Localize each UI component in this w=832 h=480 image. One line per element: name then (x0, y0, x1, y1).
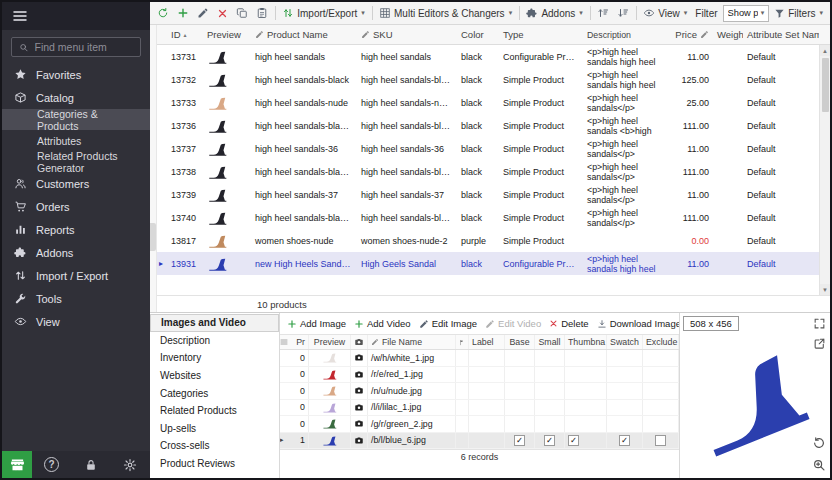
scrollbar-thumb[interactable] (822, 58, 829, 112)
cell-swatch[interactable] (607, 350, 643, 366)
add-video-button[interactable]: Add Video (352, 316, 413, 331)
cell-small[interactable] (535, 433, 565, 449)
sidebar-item-related-products-generator[interactable]: Related Products Generator (2, 151, 150, 172)
table-row[interactable]: 13736 high heel sandals-black-36 high he… (157, 114, 819, 137)
settings-button[interactable] (111, 451, 150, 478)
cell-thumbnail[interactable] (565, 367, 607, 383)
table-row[interactable]: 13817 women shoes-nude women shoes-nude-… (157, 229, 819, 252)
sidebar-item-tools[interactable]: Tools (2, 287, 150, 310)
sidebar-item-import-export[interactable]: Import / Export (2, 264, 150, 287)
tab-images-and-video[interactable]: Images and Video (150, 314, 279, 332)
sidebar-item-reports[interactable]: Reports (2, 218, 150, 241)
row-expander[interactable] (280, 367, 289, 383)
add-image-button[interactable]: Add Image (285, 316, 348, 331)
image-row[interactable]: 0 /r/e/red_1.jpg (280, 367, 679, 384)
zoom-icon[interactable] (812, 458, 826, 472)
open-external-icon[interactable] (813, 337, 826, 350)
tab-product-reviews[interactable]: Product Reviews (150, 455, 279, 473)
column-description[interactable]: Description (583, 30, 671, 40)
cell-swatch[interactable] (607, 416, 643, 432)
cell-base[interactable] (505, 367, 535, 383)
download-image-button[interactable]: Download Image (595, 316, 679, 331)
table-row[interactable]: 13738 high heel sandals-black-37 high he… (157, 160, 819, 183)
cell-exclude[interactable] (643, 400, 679, 416)
row-expander[interactable] (280, 383, 289, 399)
sidebar-item-attributes[interactable]: Attributes (2, 130, 150, 151)
edit-product-button[interactable] (194, 5, 212, 21)
vertical-scrollbar[interactable]: ▲ ▼ (819, 45, 830, 295)
column-preview[interactable]: Preview (203, 29, 251, 40)
row-expander[interactable]: ▸ (157, 259, 167, 268)
sidebar-item-view[interactable]: View (2, 310, 150, 333)
column-priority[interactable]: Pr (289, 335, 309, 349)
cell-swatch[interactable] (607, 400, 643, 416)
table-row[interactable]: 13733 high heel sandals-nude high heel s… (157, 91, 819, 114)
add-product-button[interactable] (174, 5, 192, 21)
checkbox-exclude[interactable] (655, 435, 666, 446)
column-product-name[interactable]: Product Name (251, 29, 357, 40)
checkbox-base[interactable] (514, 435, 525, 446)
column-label[interactable]: Label (469, 335, 505, 349)
column-thumbnail[interactable]: Thumbna (565, 335, 607, 349)
sidebar-item-categories-products[interactable]: Categories & Products (2, 109, 150, 130)
delete-image-button[interactable]: Delete (547, 316, 590, 331)
cell-swatch[interactable] (607, 367, 643, 383)
cell-base[interactable] (505, 416, 535, 432)
sidebar-item-catalog[interactable]: Catalog (2, 86, 150, 109)
cell-base[interactable] (505, 433, 535, 449)
cell-exclude[interactable] (643, 433, 679, 449)
image-row[interactable]: 0 /n/u/nude.jpg (280, 383, 679, 400)
cell-thumbnail[interactable] (565, 416, 607, 432)
hamburger-menu-icon[interactable] (12, 8, 28, 24)
column-type[interactable]: Type (499, 29, 583, 40)
sidebar-item-orders[interactable]: Orders (2, 195, 150, 218)
column-swatch[interactable]: Swatch (607, 335, 643, 349)
row-expander[interactable]: ▸ (280, 433, 289, 449)
help-button[interactable]: ? (32, 451, 71, 478)
image-row[interactable]: ▸ 1 /b/l/blue_6.jpg (280, 433, 679, 450)
checkbox-thumb[interactable] (568, 435, 579, 446)
cell-base[interactable] (505, 383, 535, 399)
checkbox-swatch[interactable] (619, 435, 630, 446)
cell-base[interactable] (505, 400, 535, 416)
addons-menu[interactable]: Addons▾ (523, 5, 585, 21)
tab-related-products[interactable]: Related Products (150, 402, 279, 420)
table-row[interactable]: 13731 high heel sandals high heel sandal… (157, 45, 819, 68)
panel-splitter-handle[interactable] (150, 223, 156, 251)
tab-inventory[interactable]: Inventory (150, 349, 279, 367)
column-color[interactable]: Color (457, 29, 499, 40)
delete-product-button[interactable] (214, 6, 231, 21)
lock-button[interactable] (71, 451, 110, 478)
table-row[interactable]: 13740 high heel sandals-black-38 high he… (157, 206, 819, 229)
store-button[interactable] (2, 451, 32, 478)
cell-small[interactable] (535, 416, 565, 432)
cell-small[interactable] (535, 367, 565, 383)
cell-exclude[interactable] (643, 416, 679, 432)
paste-button[interactable] (253, 5, 271, 21)
refresh-button[interactable] (154, 5, 172, 21)
cell-exclude[interactable] (643, 383, 679, 399)
cell-small[interactable] (535, 350, 565, 366)
sidebar-item-favorites[interactable]: Favorites (2, 63, 150, 86)
cell-thumbnail[interactable] (565, 400, 607, 416)
row-expander[interactable] (280, 416, 289, 432)
filters-menu[interactable]: Filters▾ (771, 6, 826, 21)
cell-swatch[interactable] (607, 433, 643, 449)
import-export-menu[interactable]: Import/Export▾ (279, 5, 368, 21)
tab-description[interactable]: Description (150, 332, 279, 350)
cell-exclude[interactable] (643, 367, 679, 383)
rotate-icon[interactable] (812, 436, 826, 450)
table-row[interactable]: 13737 high heel sandals-36 high heel san… (157, 137, 819, 160)
column-camera[interactable] (351, 335, 368, 349)
image-row[interactable]: 0 /g/r/green_2.jpg (280, 416, 679, 433)
search-input[interactable] (35, 41, 134, 53)
column-exclude[interactable]: Exclude (643, 335, 679, 349)
column-small[interactable]: Small (535, 335, 565, 349)
cell-base[interactable] (505, 350, 535, 366)
category-filter-select[interactable]: Show products from selected categories▾ (723, 5, 770, 22)
cell-small[interactable] (535, 383, 565, 399)
row-expander[interactable] (280, 400, 289, 416)
sidebar-item-addons[interactable]: Addons (2, 241, 150, 264)
cell-exclude[interactable] (643, 350, 679, 366)
tab-categories[interactable]: Categories (150, 384, 279, 402)
